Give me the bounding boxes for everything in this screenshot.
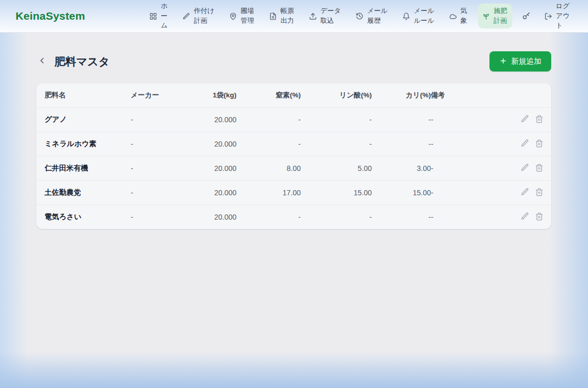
delete-button[interactable] <box>535 188 543 198</box>
cell-note: - <box>431 108 497 132</box>
row-actions <box>497 114 543 125</box>
cell-bag-kg: 20.000 <box>189 156 236 181</box>
row-actions <box>497 139 543 149</box>
edit-button[interactable] <box>521 114 529 125</box>
nav-item-report-output[interactable]: 帳票出力 <box>265 4 299 28</box>
delete-trash-icon <box>535 139 543 149</box>
cell-potassium: - <box>372 132 431 156</box>
map-pin-icon <box>229 12 237 20</box>
col-header-nitrogen: 窒素(%) <box>236 83 301 108</box>
logout-icon <box>544 12 552 20</box>
col-header-maker: メーカー <box>131 83 189 108</box>
brand-logo[interactable]: KeinaSystem <box>16 10 85 22</box>
nav-item-logout[interactable]: ログアウト <box>540 0 575 33</box>
bell-icon <box>402 12 410 20</box>
upload-icon <box>309 12 317 20</box>
table-header-row: 肥料名 メーカー 1袋(kg) 窒素(%) リン酸(%) カリ(%) 備考 <box>36 83 551 108</box>
col-header-bag-kg: 1袋(kg) <box>189 83 236 108</box>
edit-button[interactable] <box>521 188 529 198</box>
cell-bag-kg: 20.000 <box>189 132 236 156</box>
cell-phosphate: 5.00 <box>301 156 372 181</box>
nav-item-mail-history[interactable]: メール履歴 <box>352 4 393 28</box>
cell-fertilizer-name: 電気ろさい <box>36 205 131 229</box>
nav-item-field-management[interactable]: 圃場管理 <box>225 4 259 28</box>
edit-pencil-icon <box>521 139 529 149</box>
edit-pencil-icon <box>521 114 529 125</box>
row-actions <box>497 188 543 198</box>
edit-button[interactable] <box>521 163 529 174</box>
table-row: ミネラルホウ素 - 20.000 - - - - <box>36 132 551 156</box>
cell-bag-kg: 20.000 <box>189 205 236 229</box>
cell-bag-kg: 20.000 <box>189 181 236 205</box>
cell-phosphate: - <box>301 205 372 229</box>
cell-fertilizer-name: グアノ <box>36 108 131 132</box>
col-header-actions <box>497 83 551 108</box>
main-content: 肥料マスタ 新規追加 肥料名 メーカー 1袋(kg) 窒素(%) リン酸(%) … <box>0 33 588 229</box>
delete-trash-icon <box>535 115 543 125</box>
cell-potassium: - <box>372 205 431 229</box>
delete-button[interactable] <box>535 164 543 174</box>
nav-item-data-import[interactable]: データ取込 <box>305 4 346 28</box>
nav-item-planting-plan[interactable]: 作付け計画 <box>178 4 219 28</box>
nav-item-label: ホーム <box>161 2 169 31</box>
nav-item-weather[interactable]: 気象 <box>445 4 472 28</box>
cell-maker: - <box>131 181 189 205</box>
edit-button[interactable] <box>521 212 529 222</box>
nav-item-label: 施肥計画 <box>494 6 508 26</box>
nav-item-label: 作付け計画 <box>194 6 215 26</box>
add-new-button[interactable]: 新規追加 <box>489 51 551 71</box>
table-body: グアノ - 20.000 - - - - ミネラルホウ素 - 20.000 - … <box>36 108 551 229</box>
plus-icon <box>499 57 507 66</box>
col-header-note: 備考 <box>431 83 497 108</box>
cell-note: - <box>431 205 497 229</box>
col-header-potassium: カリ(%) <box>372 83 431 108</box>
key-icon <box>522 12 530 20</box>
delete-trash-icon <box>535 188 543 198</box>
nav-item-password[interactable] <box>518 9 535 23</box>
cell-maker: - <box>131 205 189 229</box>
cell-maker: - <box>131 108 189 132</box>
cell-phosphate: 15.00 <box>301 181 372 205</box>
cell-fertilizer-name: ミネラルホウ素 <box>36 132 131 156</box>
table-row: グアノ - 20.000 - - - - <box>36 108 551 132</box>
cell-bag-kg: 20.000 <box>189 108 236 132</box>
cloud-icon <box>449 12 457 20</box>
top-navigation-bar: KeinaSystem ホーム 作付け計画 圃場管理 帳票出力 データ取込 メー… <box>0 0 588 33</box>
cell-note: - <box>431 181 497 205</box>
page-title: 肥料マスタ <box>54 54 109 69</box>
chevron-left-icon <box>37 56 47 67</box>
edit-pencil-icon <box>521 188 529 198</box>
nav-item-label: メール履歴 <box>367 6 388 26</box>
cell-maker: - <box>131 156 189 181</box>
cell-note: - <box>431 132 497 156</box>
sprout-icon <box>482 12 490 20</box>
fertilizer-table: 肥料名 メーカー 1袋(kg) 窒素(%) リン酸(%) カリ(%) 備考 グア… <box>36 83 551 229</box>
nav-item-mail-rules[interactable]: メールルール <box>398 4 439 28</box>
delete-button[interactable] <box>535 115 543 125</box>
delete-button[interactable] <box>535 139 543 149</box>
table-row: 仁井田米有機 - 20.000 8.00 5.00 3.00 - <box>36 156 551 181</box>
fertilizer-table-card: 肥料名 メーカー 1袋(kg) 窒素(%) リン酸(%) カリ(%) 備考 グア… <box>36 83 551 229</box>
cell-maker: - <box>131 132 189 156</box>
nav-item-label: メールルール <box>414 6 435 26</box>
row-actions <box>497 163 543 174</box>
cell-nitrogen: 8.00 <box>236 156 301 181</box>
history-icon <box>356 12 363 20</box>
nav-item-label: データ取込 <box>320 6 342 26</box>
delete-trash-icon <box>535 212 543 222</box>
back-button[interactable] <box>36 55 48 68</box>
table-row: 電気ろさい - 20.000 - - - - <box>36 205 551 229</box>
nav-item-fertilization-plan[interactable]: 施肥計画 <box>478 4 512 28</box>
pencil-icon <box>183 12 190 20</box>
add-new-button-label: 新規追加 <box>511 56 541 66</box>
nav-item-home[interactable]: ホーム <box>145 0 173 33</box>
cell-note: - <box>431 156 497 181</box>
nav-item-label: 圃場管理 <box>241 6 255 26</box>
main-nav: ホーム 作付け計画 圃場管理 帳票出力 データ取込 メール履歴 メールルール <box>145 0 575 33</box>
cell-fertilizer-name: 仁井田米有機 <box>36 156 131 181</box>
cell-nitrogen: - <box>236 108 301 132</box>
delete-button[interactable] <box>535 212 543 222</box>
edit-button[interactable] <box>521 139 529 149</box>
col-header-phosphate: リン酸(%) <box>301 83 372 108</box>
edit-pencil-icon <box>521 163 529 174</box>
